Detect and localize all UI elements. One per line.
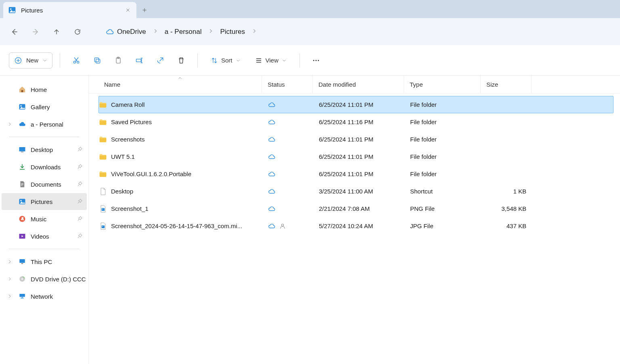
- file-row[interactable]: Screenshots6/25/2024 11:01 PMFile folder: [98, 131, 614, 148]
- pictures-icon: [19, 103, 26, 110]
- chevron-down-icon: [236, 58, 241, 63]
- chevron-right-icon[interactable]: [7, 258, 12, 265]
- cut-icon: [72, 56, 80, 64]
- sidebar-network[interactable]: Network: [2, 288, 87, 305]
- chevron-right-icon[interactable]: [7, 121, 12, 128]
- file-row[interactable]: ViVeTool.GUI.1.6.2.0.Portable6/25/2024 1…: [98, 165, 614, 183]
- crumb-personal[interactable]: a - Personal: [161, 28, 205, 36]
- sort-button[interactable]: Sort: [205, 52, 246, 69]
- chevron-right-icon[interactable]: [151, 28, 160, 36]
- folder-icon: [99, 170, 107, 178]
- cloud-icon: [268, 136, 275, 143]
- chevron-right-icon[interactable]: [250, 28, 259, 36]
- separator: [197, 53, 198, 68]
- file-row[interactable]: UWT 5.16/25/2024 11:01 PMFile folder: [98, 148, 614, 165]
- chevron-right-icon[interactable]: [7, 293, 12, 300]
- image-icon: [99, 205, 107, 213]
- rename-icon: [135, 56, 143, 64]
- onedrive-icon: [19, 121, 26, 128]
- share-button[interactable]: [151, 52, 169, 69]
- file-size: 3,548 KB: [501, 205, 526, 212]
- delete-button[interactable]: [172, 52, 190, 69]
- plus-icon: [142, 7, 147, 13]
- tab-close-button[interactable]: [124, 6, 132, 14]
- paste-icon: [114, 56, 122, 64]
- file-row[interactable]: Screenshot_12/21/2024 7:08 AMPNG File3,5…: [98, 200, 614, 217]
- file-name: Desktop: [111, 188, 133, 195]
- forward-icon: [31, 28, 40, 36]
- column-date[interactable]: Date modified: [313, 76, 404, 93]
- sidebar-videos[interactable]: Videos: [2, 228, 87, 245]
- file-name: Saved Pictures: [111, 119, 152, 125]
- separator: [9, 137, 80, 137]
- chevron-right-icon[interactable]: [7, 276, 12, 283]
- cloud-icon: [268, 188, 275, 195]
- column-type[interactable]: Type: [404, 76, 481, 93]
- crumb-pictures[interactable]: Pictures: [217, 28, 248, 36]
- more-icon: [312, 56, 320, 64]
- file-type: File folder: [410, 136, 437, 143]
- file-row[interactable]: Screenshot_2024-05-26-14-15-47-963_com.m…: [98, 217, 614, 235]
- file-date: 6/25/2024 11:01 PM: [319, 136, 373, 143]
- crumb-onedrive[interactable]: OneDrive: [103, 28, 149, 36]
- dvd-icon: [19, 275, 26, 283]
- more-button[interactable]: [307, 52, 325, 69]
- file-type: JPG File: [410, 223, 434, 229]
- file-row[interactable]: Camera Roll6/25/2024 11:01 PMFile folder: [98, 96, 614, 113]
- column-headers: Name Status Date modified Type Size: [89, 76, 620, 94]
- refresh-button[interactable]: [69, 23, 86, 41]
- sort-icon: [211, 57, 218, 64]
- forward-button[interactable]: [27, 23, 44, 41]
- sidebar-this-pc[interactable]: This PC: [2, 253, 87, 270]
- view-button[interactable]: View: [249, 52, 292, 69]
- sidebar-dvd-drive[interactable]: DVD Drive (D:) CCC: [2, 270, 87, 287]
- cloud-icon: [268, 171, 275, 178]
- sidebar-pictures[interactable]: Pictures: [2, 193, 87, 210]
- up-button[interactable]: [48, 23, 65, 41]
- separator: [60, 53, 60, 68]
- pc-icon: [19, 258, 26, 265]
- file-name: UWT 5.1: [111, 153, 135, 160]
- sidebar-downloads[interactable]: Downloads: [2, 158, 87, 175]
- column-name[interactable]: Name: [98, 76, 262, 93]
- breadcrumb[interactable]: OneDrive a - Personal Pictures: [99, 23, 262, 41]
- view-icon: [255, 57, 262, 64]
- sidebar-home[interactable]: Home: [2, 81, 87, 98]
- tab-pictures[interactable]: Pictures: [3, 2, 136, 18]
- copy-button[interactable]: [88, 52, 106, 69]
- back-button[interactable]: [6, 23, 23, 41]
- sidebar-gallery[interactable]: Gallery: [2, 98, 87, 115]
- column-status[interactable]: Status: [262, 76, 313, 93]
- plus-circle-icon: [14, 56, 22, 64]
- image-icon: [99, 222, 107, 230]
- sidebar-documents[interactable]: Documents: [2, 176, 87, 193]
- file-row[interactable]: Desktop3/25/2024 11:00 AMShortcut1 KB: [98, 183, 614, 200]
- pin-icon: [77, 233, 83, 240]
- home-icon: [19, 86, 26, 93]
- tab-title: Pictures: [21, 7, 43, 14]
- desktop-icon: [19, 146, 26, 153]
- refresh-icon: [74, 28, 81, 35]
- column-size[interactable]: Size: [481, 76, 532, 93]
- new-button[interactable]: New: [9, 52, 52, 69]
- pictures-icon: [19, 198, 26, 205]
- sidebar-onedrive-personal[interactable]: a - Personal: [2, 116, 87, 133]
- folder-icon: [99, 135, 107, 144]
- new-tab-button[interactable]: [136, 2, 153, 18]
- delete-icon: [177, 56, 185, 64]
- cut-button[interactable]: [67, 52, 85, 69]
- pin-icon: [77, 198, 83, 205]
- file-size: 437 KB: [507, 223, 526, 229]
- separator: [9, 249, 80, 249]
- file-name: ViVeTool.GUI.1.6.2.0.Portable: [111, 171, 191, 177]
- cloud-icon: [106, 28, 114, 36]
- file-date: 6/25/2024 11:01 PM: [319, 171, 373, 177]
- sidebar-music[interactable]: Music: [2, 210, 87, 227]
- file-row[interactable]: Saved Pictures6/25/2024 11:16 PMFile fol…: [98, 113, 614, 131]
- rename-button[interactable]: [130, 52, 148, 69]
- paste-button[interactable]: [109, 52, 127, 69]
- file-list: Name Status Date modified Type Size Came…: [89, 76, 620, 364]
- chevron-right-icon[interactable]: [206, 28, 215, 36]
- file-size: 1 KB: [513, 188, 526, 195]
- sidebar-desktop[interactable]: Desktop: [2, 141, 87, 158]
